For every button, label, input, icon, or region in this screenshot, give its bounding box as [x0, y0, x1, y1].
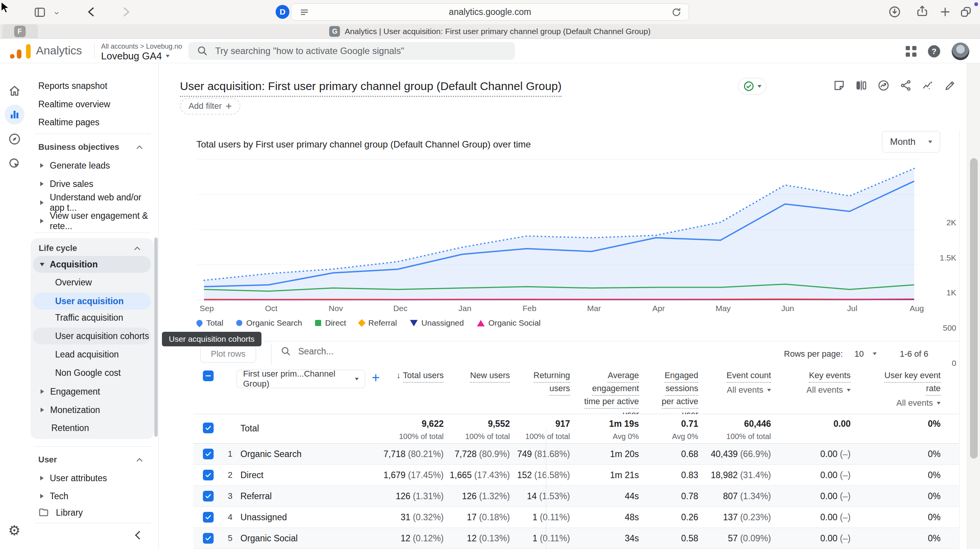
- data-quality-badge[interactable]: [738, 78, 766, 95]
- property-selector[interactable]: Lovebug GA4: [101, 50, 170, 62]
- line-chart[interactable]: [196, 153, 920, 301]
- legend-item[interactable]: Total: [196, 318, 223, 328]
- account-breadcrumb[interactable]: All accounts > Lovebug.no: [101, 43, 182, 51]
- legend-item[interactable]: Organic Search: [236, 318, 302, 328]
- new-tab-icon[interactable]: [939, 5, 952, 18]
- table-row[interactable]: 3 Referral 126 (1.31%) 126 (1.32%) 14 (1…: [193, 486, 959, 507]
- help-icon[interactable]: ?: [928, 45, 940, 57]
- rows-per-page-select[interactable]: 10: [854, 349, 877, 359]
- select-all-checkbox[interactable]: [203, 370, 214, 381]
- table-row[interactable]: 4 Unassigned 31 (0.32%) 17 (0.18%) 1 (0.…: [193, 507, 959, 528]
- header-returning-users[interactable]: Returningusers: [534, 370, 570, 396]
- sidebar-item-user-attributes[interactable]: User attributes: [33, 470, 153, 487]
- key-event-rate-filter[interactable]: All events: [884, 397, 941, 409]
- header-user-key-event-rate[interactable]: User key eventrateAll events: [884, 370, 941, 409]
- header-new-users[interactable]: New users: [470, 370, 510, 383]
- home-icon[interactable]: [6, 82, 23, 99]
- expand-arrow-icon[interactable]: [40, 182, 44, 186]
- row-checkbox[interactable]: [203, 449, 214, 459]
- sidebar-item-view-engagement[interactable]: View user engagement & rete...: [33, 213, 153, 229]
- share-icon[interactable]: [916, 5, 929, 18]
- legend-item[interactable]: Organic Social: [477, 318, 541, 328]
- sidebar-item-acquisition[interactable]: Acquisition: [33, 256, 151, 273]
- plot-rows-button[interactable]: Plot rows: [200, 345, 256, 363]
- note-icon[interactable]: [833, 79, 845, 92]
- row-checkbox[interactable]: [203, 512, 214, 523]
- row-checkbox[interactable]: [203, 533, 214, 544]
- collapse-sidebar-icon[interactable]: [135, 531, 144, 540]
- sidebar-item-understand-web[interactable]: Understand web and/or app t...: [33, 194, 153, 211]
- expand-arrow-icon[interactable]: [40, 200, 44, 205]
- header-key-events[interactable]: Key eventsAll events: [807, 370, 851, 396]
- expand-arrow-icon[interactable]: [40, 163, 44, 168]
- share-report-icon[interactable]: [900, 79, 912, 92]
- row-checkbox[interactable]: [203, 491, 214, 501]
- row-checkbox[interactable]: [203, 423, 214, 433]
- sidebar-item-reports-snapshot[interactable]: Reports snapshot: [33, 77, 153, 94]
- expand-arrow-icon[interactable]: [40, 219, 44, 223]
- table-row[interactable]: 1 Organic Search 7,718 (80.21%) 7,728 (8…: [193, 444, 959, 465]
- section-life-cycle-header[interactable]: Life cycle: [33, 240, 151, 257]
- legend-item[interactable]: Unassigned: [410, 318, 464, 328]
- event-count-filter[interactable]: All events: [727, 384, 771, 396]
- search-input[interactable]: Try searching "how to activate Google si…: [188, 42, 515, 60]
- insights-circle-icon[interactable]: [877, 79, 890, 92]
- sidebar-item-non-google-cost[interactable]: Non Google cost: [33, 364, 151, 381]
- scrollbar-thumb[interactable]: [970, 158, 978, 459]
- sidebar-toggle-icon[interactable]: [34, 6, 46, 18]
- sidebar-item-lead-acquisition[interactable]: Lead acquisition: [33, 346, 151, 363]
- add-filter-button[interactable]: Add filter+: [180, 98, 240, 115]
- sidebar-item-realtime-pages[interactable]: Realtime pages: [33, 114, 153, 131]
- section-user-header[interactable]: User: [33, 451, 153, 468]
- sidebar-item-user-acquisition-cohorts[interactable]: User acquisition cohorts: [33, 328, 151, 344]
- admin-gear-icon[interactable]: ⚙: [6, 522, 23, 539]
- table-row[interactable]: 5 Organic Social 12 (0.12%) 12 (0.13%) 1…: [193, 528, 959, 549]
- analytics-logo-icon[interactable]: [10, 44, 31, 59]
- expand-arrow-icon[interactable]: [41, 408, 44, 412]
- chevron-down-icon[interactable]: [53, 9, 60, 17]
- avatar[interactable]: [952, 43, 969, 60]
- expand-arrow-icon[interactable]: [40, 494, 44, 498]
- active-tab[interactable]: G Analytics | User acquisition: First us…: [0, 24, 980, 39]
- header-event-count[interactable]: Event countAll events: [727, 370, 771, 396]
- reports-icon[interactable]: [5, 105, 24, 125]
- legend-item[interactable]: Referral: [359, 318, 397, 328]
- dimension-selector[interactable]: First user prim...Channel Group): [237, 370, 365, 388]
- sidebar-scrollbar[interactable]: [154, 238, 158, 437]
- key-events-filter[interactable]: All events: [807, 384, 851, 396]
- explore-icon[interactable]: [6, 131, 23, 147]
- granularity-select[interactable]: Month: [882, 131, 940, 152]
- sidebar-item-user-acquisition[interactable]: User acquisition: [33, 293, 151, 310]
- legend-item[interactable]: Direct: [315, 318, 346, 328]
- page-scrollbar[interactable]: [967, 63, 980, 549]
- edit-pencil-icon[interactable]: [944, 79, 956, 92]
- expand-arrow-icon[interactable]: [40, 476, 44, 480]
- sidebar-item-library[interactable]: Library: [33, 504, 153, 521]
- section-business-objectives[interactable]: Business objectives: [33, 139, 153, 156]
- apps-grid-icon[interactable]: [906, 46, 916, 57]
- sidebar-item-generate-leads[interactable]: Generate leads: [33, 157, 153, 174]
- back-icon[interactable]: [85, 5, 98, 18]
- sidebar-item-overview[interactable]: Overview: [33, 274, 151, 291]
- sidebar-item-tech[interactable]: Tech: [33, 488, 153, 505]
- header-total-users[interactable]: ↓ Total users: [396, 370, 444, 383]
- extension-d-icon[interactable]: D: [276, 5, 289, 19]
- page-title[interactable]: User acquisition: First user primary cha…: [180, 80, 562, 97]
- sidebar-item-engagement[interactable]: Engagement: [33, 383, 151, 400]
- advertising-icon[interactable]: [6, 155, 23, 172]
- tab-overview-icon[interactable]: [959, 5, 972, 18]
- reload-icon[interactable]: [671, 7, 682, 18]
- forward-icon[interactable]: [119, 5, 132, 18]
- table-row[interactable]: 2 Direct 1,679 (17.45%) 1,665 (17.43%) 1…: [193, 465, 959, 486]
- comparisons-icon[interactable]: [855, 79, 867, 92]
- expand-arrow-icon[interactable]: [41, 389, 44, 394]
- sparkline-insights-icon[interactable]: [922, 79, 934, 92]
- sidebar-item-monetization[interactable]: Monetization: [33, 402, 151, 418]
- collapse-arrow-icon[interactable]: [40, 263, 44, 266]
- url-bar[interactable]: analytics.google.com: [291, 3, 689, 21]
- sidebar-item-traffic-acquisition[interactable]: Traffic acquisition: [33, 309, 151, 326]
- download-icon[interactable]: [888, 5, 901, 18]
- add-dimension-button[interactable]: +: [372, 370, 380, 386]
- row-checkbox[interactable]: [203, 470, 214, 480]
- table-search-input[interactable]: Search...: [281, 346, 333, 357]
